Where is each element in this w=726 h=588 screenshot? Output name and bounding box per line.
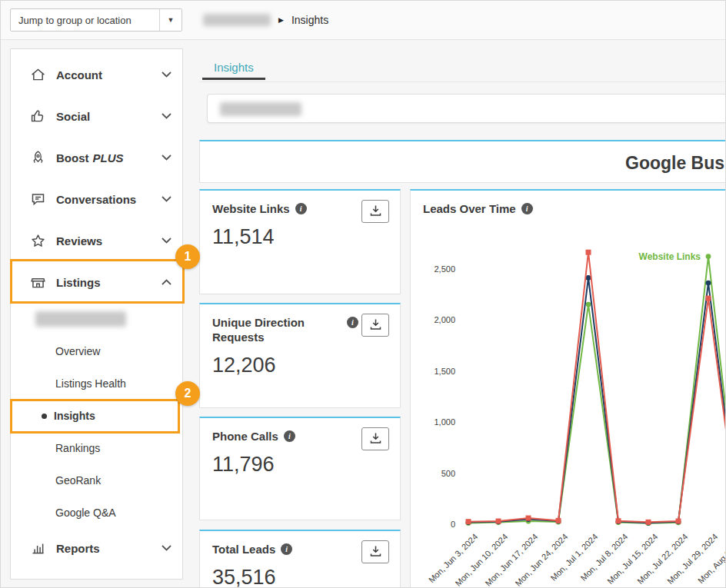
subitem-label: Rankings bbox=[55, 442, 100, 454]
redacted-filter-value bbox=[220, 102, 301, 116]
svg-text:Mon, Jun 17, 2024: Mon, Jun 17, 2024 bbox=[483, 532, 539, 588]
svg-text:1,500: 1,500 bbox=[434, 367, 455, 376]
redacted-submenu-item bbox=[35, 311, 126, 327]
metric-card-title: Unique Direction Requests bbox=[212, 315, 341, 344]
sidebar-item-label: Conversations bbox=[56, 193, 162, 206]
sidebar-subitem-google-qa[interactable]: Google Q&A bbox=[11, 497, 182, 529]
info-icon[interactable]: i bbox=[521, 203, 533, 214]
info-icon[interactable]: i bbox=[347, 317, 358, 328]
svg-text:Mon, Jun 24, 2024: Mon, Jun 24, 2024 bbox=[513, 532, 569, 588]
svg-text:2,000: 2,000 bbox=[434, 315, 455, 324]
info-icon[interactable]: i bbox=[281, 543, 292, 555]
chevron-down-icon bbox=[162, 113, 172, 119]
jump-dropdown-label: Jump to group or location bbox=[11, 15, 159, 26]
metric-value: 12,206 bbox=[200, 344, 400, 377]
leads-over-time-card: Leads Over Time i 05001,0001,5002,0002,5… bbox=[410, 189, 726, 588]
tab-strip-divider bbox=[199, 81, 726, 82]
sidebar-item-social[interactable]: Social bbox=[11, 95, 182, 137]
leads-over-time-chart: 05001,0001,5002,0002,500Mon, Jun 3, 2024… bbox=[411, 229, 726, 588]
svg-text:Mon, Jul 15, 2024: Mon, Jul 15, 2024 bbox=[605, 532, 659, 586]
rocket-icon bbox=[29, 149, 46, 166]
metric-card-title: Total Leads bbox=[212, 542, 275, 556]
svg-text:Mon, Jul 29, 2024: Mon, Jul 29, 2024 bbox=[665, 532, 719, 586]
metric-card-website-links: Website Links i 11,514 bbox=[199, 189, 401, 294]
subitem-label: Insights bbox=[54, 410, 95, 422]
download-button[interactable] bbox=[361, 314, 389, 337]
sidebar-item-label: Reports bbox=[56, 542, 162, 555]
sidebar-nav: Account Social BoostPLUS Conversations bbox=[10, 48, 183, 580]
sidebar-subitem-listings-health[interactable]: Listings Health bbox=[11, 367, 182, 400]
metric-card-total-leads: Total Leads i 35,516 bbox=[199, 530, 401, 588]
jump-to-location-dropdown[interactable]: Jump to group or location ▼ bbox=[10, 8, 182, 32]
thumbs-up-icon bbox=[29, 108, 46, 125]
subitem-label: Overview bbox=[55, 345, 100, 357]
download-button[interactable] bbox=[361, 540, 389, 563]
section-title: Google Business Profile bbox=[625, 153, 726, 174]
sidebar-item-label: BoostPLUS bbox=[56, 151, 162, 164]
metric-card-title: Website Links bbox=[212, 201, 290, 216]
subitem-label: Google Q&A bbox=[55, 507, 116, 519]
chat-bubble-icon bbox=[29, 191, 46, 208]
sidebar-subitem-rankings[interactable]: Rankings bbox=[11, 432, 182, 464]
download-icon bbox=[369, 432, 382, 447]
sidebar-item-reviews[interactable]: Reviews bbox=[11, 220, 182, 261]
top-bar: Jump to group or location ▼ ▶ Insights bbox=[1, 1, 725, 40]
storefront-icon bbox=[29, 274, 46, 291]
chevron-down-icon bbox=[162, 238, 172, 244]
info-icon[interactable]: i bbox=[295, 203, 307, 214]
svg-text:Website Links: Website Links bbox=[639, 251, 701, 262]
svg-text:2,500: 2,500 bbox=[434, 264, 455, 274]
active-bullet-icon bbox=[42, 414, 47, 419]
sidebar-item-label: Listings bbox=[56, 276, 162, 289]
tab-insights[interactable]: Insights bbox=[202, 56, 265, 80]
annotation-step-2-badge: 2 bbox=[175, 381, 200, 406]
location-filter-input[interactable] bbox=[207, 94, 726, 123]
star-icon bbox=[29, 232, 46, 249]
download-button[interactable] bbox=[361, 427, 389, 450]
sidebar-subitem-georank[interactable]: GeoRank bbox=[11, 464, 182, 497]
subitem-label: Listings Health bbox=[55, 377, 126, 390]
download-icon bbox=[369, 318, 382, 333]
redacted-location-name bbox=[203, 14, 271, 26]
boost-plus-suffix: PLUS bbox=[93, 151, 124, 164]
metric-card-phone-calls: Phone Calls i 11,796 bbox=[199, 417, 401, 520]
breadcrumb-current: Insights bbox=[291, 14, 328, 26]
download-icon bbox=[369, 545, 382, 560]
svg-text:1,000: 1,000 bbox=[434, 417, 455, 427]
bar-chart-icon bbox=[29, 540, 46, 556]
svg-text:Mon, Jul 22, 2024: Mon, Jul 22, 2024 bbox=[635, 532, 689, 586]
chevron-down-icon bbox=[162, 71, 172, 78]
download-button[interactable] bbox=[361, 200, 389, 223]
sidebar-item-listings[interactable]: Listings bbox=[11, 261, 182, 303]
svg-text:500: 500 bbox=[441, 469, 455, 478]
dropdown-caret-icon: ▼ bbox=[159, 9, 182, 31]
chevron-down-icon bbox=[162, 196, 172, 202]
annotation-step-1-badge: 1 bbox=[175, 244, 200, 269]
breadcrumb-arrow-icon: ▶ bbox=[278, 16, 284, 24]
sidebar-item-boost[interactable]: BoostPLUS bbox=[11, 137, 182, 178]
sidebar-item-conversations[interactable]: Conversations bbox=[11, 178, 182, 220]
sidebar-item-label: Social bbox=[56, 110, 162, 123]
svg-text:Mon, Jun 3, 2024: Mon, Jun 3, 2024 bbox=[427, 532, 480, 585]
chevron-up-icon bbox=[162, 279, 172, 285]
sidebar-subitem-insights[interactable]: Insights bbox=[11, 400, 182, 432]
chevron-down-icon bbox=[162, 154, 172, 161]
app-window: Jump to group or location ▼ ▶ Insights A… bbox=[0, 0, 726, 588]
home-icon bbox=[29, 66, 46, 83]
breadcrumb: ▶ Insights bbox=[203, 1, 328, 39]
sidebar-item-reports[interactable]: Reports bbox=[11, 527, 182, 569]
svg-text:Mon, Jun 10, 2024: Mon, Jun 10, 2024 bbox=[453, 532, 509, 588]
sidebar-item-account[interactable]: Account bbox=[11, 54, 182, 95]
info-icon[interactable]: i bbox=[284, 430, 295, 442]
subitem-label: GeoRank bbox=[55, 474, 101, 487]
sidebar-item-label: Reviews bbox=[56, 234, 162, 247]
chart-title: Leads Over Time bbox=[423, 201, 516, 216]
sidebar-item-label: Account bbox=[56, 68, 162, 81]
sidebar-subitem-overview[interactable]: Overview bbox=[11, 335, 182, 367]
google-business-section-header: Google Business Profile bbox=[199, 140, 726, 183]
metric-card-title: Phone Calls bbox=[212, 429, 278, 443]
svg-text:0: 0 bbox=[451, 520, 455, 529]
chevron-down-icon bbox=[162, 545, 172, 551]
metric-card-unique-direction-requests: Unique Direction Requests i 12,206 bbox=[199, 303, 401, 408]
download-icon bbox=[369, 204, 382, 219]
